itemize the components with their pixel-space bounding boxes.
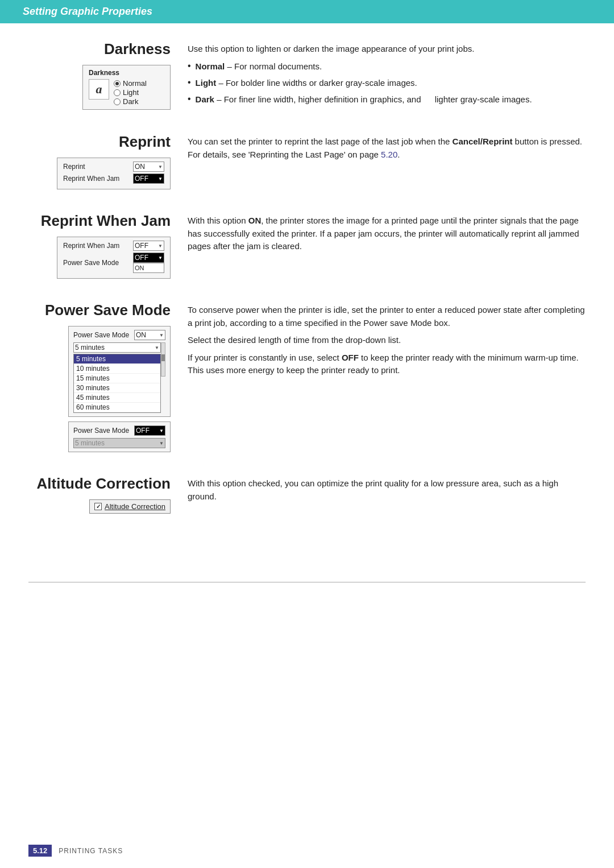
bullet-normal: Normal – For normal documents. bbox=[188, 60, 586, 72]
psm-on-arrow: ▼ bbox=[159, 333, 164, 338]
psm-off-row: Power Save Mode OFF ▼ bbox=[73, 425, 165, 436]
bullet-dark: Dark – For finer line width, higher defi… bbox=[188, 93, 586, 106]
radio-circle-dark bbox=[114, 98, 121, 105]
altitude-description: With this option checked, you can optimi… bbox=[188, 477, 586, 503]
psm-off-dropdown[interactable]: OFF ▼ bbox=[134, 425, 165, 436]
section-reprint-left: Reprint Reprint ON ▼ Reprint When Jam OF… bbox=[28, 133, 188, 189]
rwj-value-1: OFF bbox=[135, 242, 148, 250]
footer-page-num: 5.12 bbox=[33, 846, 47, 855]
psm-off-time-arrow: ▼ bbox=[159, 441, 164, 446]
radio-label-normal: Normal bbox=[123, 79, 147, 88]
rwj-description: With this option ON, the printer stores … bbox=[188, 214, 586, 253]
psm-on-widget: Power Save Mode ON ▼ 5 minutes ▼ bbox=[68, 326, 171, 417]
rwj-dropdown-3[interactable]: ON bbox=[133, 263, 164, 273]
section-rwj-right: With this option ON, the printer stores … bbox=[188, 212, 586, 258]
header-title: Setting Graphic Properties bbox=[23, 6, 591, 18]
psm-title: Power Save Mode bbox=[45, 301, 171, 319]
psm-item-45min[interactable]: 45 minutes bbox=[74, 393, 160, 403]
altitude-checkbox-label: Altitude Correction bbox=[105, 502, 165, 511]
reprint-row-label-2: Reprint When Jam bbox=[63, 175, 119, 183]
reprint-dropdown-on[interactable]: ON ▼ bbox=[133, 162, 164, 172]
psm-desc3: If your printer is constantly in use, se… bbox=[188, 352, 586, 377]
rwj-title: Reprint When Jam bbox=[41, 212, 171, 230]
altitude-checkbox[interactable]: ✓ bbox=[94, 503, 102, 510]
reprint-widget: Reprint ON ▼ Reprint When Jam OFF ▼ bbox=[57, 158, 171, 189]
psm-time-list: 5 minutes 10 minutes 15 minutes 30 minut… bbox=[73, 354, 161, 413]
reprint-arrow-1: ▼ bbox=[158, 164, 163, 170]
reprint-value-on: ON bbox=[135, 163, 145, 171]
section-darkness: Darkness Darkness a Normal Light bbox=[28, 40, 586, 110]
footer-section-text: Printing Tasks bbox=[59, 847, 123, 855]
psm-time-list-container: 5 minutes ▼ 5 minutes 10 minutes 15 minu… bbox=[73, 342, 161, 413]
bullet-light: Light – For bolder line widths or darker… bbox=[188, 77, 586, 89]
psm-item-10min[interactable]: 10 minutes bbox=[74, 364, 160, 374]
reprint-title: Reprint bbox=[119, 133, 171, 151]
section-power-save: Power Save Mode Power Save Mode ON ▼ bbox=[28, 301, 586, 452]
radio-label-light: Light bbox=[123, 88, 139, 97]
section-altitude: Altitude Correction ✓ Altitude Correctio… bbox=[28, 475, 586, 514]
reprint-description: You can set the printer to reprint the l… bbox=[188, 135, 586, 161]
psm-off-arrow: ▼ bbox=[159, 428, 164, 433]
reprint-row-reprint: Reprint ON ▼ bbox=[63, 162, 164, 172]
section-darkness-right: Use this option to lighten or darken the… bbox=[188, 40, 586, 110]
altitude-widget: ✓ Altitude Correction bbox=[89, 499, 171, 514]
section-psm-left: Power Save Mode Power Save Mode ON ▼ bbox=[28, 301, 188, 452]
section-altitude-left: Altitude Correction ✓ Altitude Correctio… bbox=[28, 475, 188, 514]
rwj-arrow-2: ▼ bbox=[158, 255, 163, 261]
section-rwj-left: Reprint When Jam Reprint When Jam OFF ▼ … bbox=[28, 212, 188, 279]
rwj-arrow-1: ▼ bbox=[158, 243, 163, 249]
darkness-title: Darkness bbox=[104, 40, 171, 58]
psm-on-value: ON bbox=[136, 331, 146, 339]
darkness-description: Use this option to lighten or darken the… bbox=[188, 43, 586, 56]
page-footer: 5.12 Printing Tasks bbox=[28, 845, 586, 857]
psm-off-time-value: 5 minutes bbox=[75, 439, 105, 447]
rwj-value-2: OFF bbox=[135, 254, 148, 262]
psm-on-label: Power Save Mode bbox=[73, 331, 129, 339]
psm-off-widget: Power Save Mode OFF ▼ 5 minutes ▼ bbox=[68, 421, 171, 452]
footer-page-number: 5.12 bbox=[28, 845, 52, 857]
psm-widgets: Power Save Mode ON ▼ 5 minutes ▼ bbox=[68, 326, 171, 452]
header-banner: Setting Graphic Properties bbox=[0, 0, 614, 23]
psm-scrollbar[interactable] bbox=[161, 342, 165, 377]
footer-divider bbox=[28, 582, 586, 582]
psm-time-dropdown[interactable]: 5 minutes ▼ bbox=[73, 342, 161, 353]
section-reprint-when-jam: Reprint When Jam Reprint When Jam OFF ▼ … bbox=[28, 212, 586, 279]
psm-scroll-thumb bbox=[161, 354, 165, 361]
reprint-dropdown-off[interactable]: OFF ▼ bbox=[133, 173, 164, 184]
psm-item-15min[interactable]: 15 minutes bbox=[74, 374, 160, 383]
section-reprint-right: You can set the printer to reprint the l… bbox=[188, 133, 586, 166]
altitude-title: Altitude Correction bbox=[37, 475, 171, 493]
rwj-label-2: Power Save Mode bbox=[63, 259, 119, 267]
rwj-value-3: ON bbox=[135, 264, 144, 271]
darkness-widget: Darkness a Normal Light bbox=[82, 65, 171, 110]
rwj-dropdown-1[interactable]: OFF ▼ bbox=[133, 241, 164, 251]
reprint-arrow-2: ▼ bbox=[158, 176, 163, 181]
darkness-bullets: Normal – For normal documents. Light – F… bbox=[188, 60, 586, 106]
psm-item-30min[interactable]: 30 minutes bbox=[74, 383, 160, 393]
radio-dark[interactable]: Dark bbox=[114, 97, 147, 106]
psm-off-label: Power Save Mode bbox=[73, 427, 129, 435]
radio-circle-light bbox=[114, 89, 121, 96]
darkness-icon: a bbox=[89, 79, 109, 100]
reprint-value-off: OFF bbox=[135, 175, 148, 183]
section-reprint: Reprint Reprint ON ▼ Reprint When Jam OF… bbox=[28, 133, 586, 189]
radio-light[interactable]: Light bbox=[114, 88, 147, 97]
reprint-page-link[interactable]: 5.20 bbox=[381, 150, 397, 159]
psm-time-value: 5 minutes bbox=[75, 344, 105, 352]
psm-item-5min[interactable]: 5 minutes bbox=[74, 354, 160, 364]
radio-normal[interactable]: Normal bbox=[114, 79, 147, 88]
section-psm-right: To conserve power when the printer is id… bbox=[188, 301, 586, 382]
darkness-widget-label: Darkness bbox=[89, 69, 164, 77]
rwj-row-1: Reprint When Jam OFF ▼ bbox=[63, 241, 164, 251]
psm-off-value: OFF bbox=[136, 427, 150, 435]
reprint-row-label-1: Reprint bbox=[63, 163, 85, 171]
section-darkness-left: Darkness Darkness a Normal Light bbox=[28, 40, 188, 110]
psm-off-time-dropdown: 5 minutes ▼ bbox=[73, 438, 165, 448]
reprint-row-jam: Reprint When Jam OFF ▼ bbox=[63, 173, 164, 184]
rwj-dropdown-2[interactable]: OFF ▼ bbox=[133, 253, 164, 263]
rwj-row-2: Power Save Mode OFF ▼ ON bbox=[63, 253, 164, 273]
psm-item-60min[interactable]: 60 minutes bbox=[74, 403, 160, 412]
footer-section-label: Printing Tasks bbox=[59, 847, 123, 855]
psm-time-arrow: ▼ bbox=[155, 345, 159, 350]
psm-on-dropdown[interactable]: ON ▼ bbox=[134, 330, 165, 340]
